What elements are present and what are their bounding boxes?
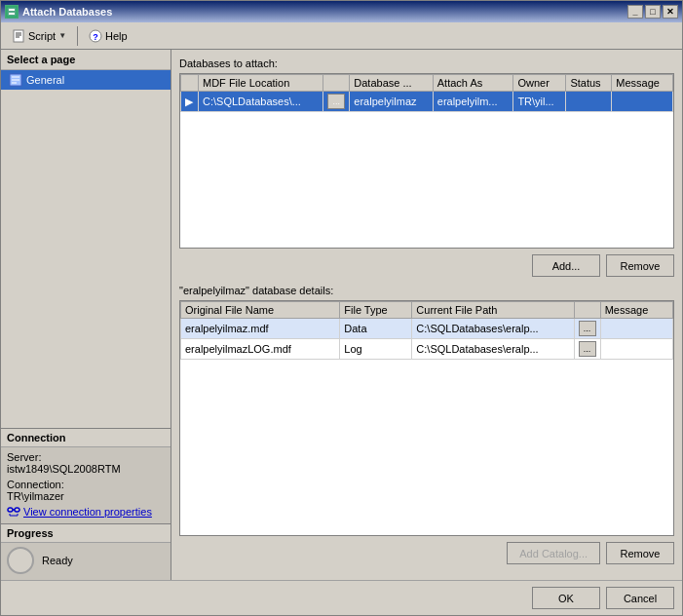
titlebar-buttons: _ □ ✕: [627, 5, 678, 19]
mdf-location-cell: C:\SQLDatabases\...: [199, 92, 323, 112]
original-file-2: eralpelyilmazLOG.mdf: [181, 339, 340, 360]
sidebar-connection: Connection Server: istw1849\SQL2008RTM C…: [1, 428, 171, 523]
details-label: "eralpelyilmaz" database details:: [179, 285, 674, 296]
svg-rect-2: [9, 13, 15, 15]
col-mdf-location: MDF File Location: [199, 75, 323, 92]
attach-button-row: Add... Remove: [179, 254, 674, 277]
file-path-1: C:\SQLDatabases\eralp...: [412, 319, 574, 339]
minimize-button[interactable]: _: [627, 5, 643, 19]
svg-rect-0: [7, 7, 17, 17]
add-catalog-button[interactable]: Add Catalog...: [507, 542, 600, 564]
main-window: Attach Databases _ □ ✕ Script ▼ ? Help: [0, 0, 683, 616]
server-value: istw1849\SQL2008RTM: [7, 463, 165, 475]
add-button[interactable]: Add...: [532, 254, 600, 277]
col-file-path: Current File Path: [412, 302, 574, 319]
view-connection-link[interactable]: View connection properties: [7, 506, 165, 518]
connection-title: Connection: [1, 429, 171, 447]
detail-header-row: Original File Name File Type Current Fil…: [181, 302, 673, 319]
progress-indicator: Ready: [7, 547, 165, 574]
svg-rect-1: [9, 9, 15, 11]
titlebar: Attach Databases _ □ ✕: [1, 1, 682, 22]
main-content: Select a page General Connection Server:…: [1, 50, 682, 580]
toolbar: Script ▼ ? Help: [1, 22, 682, 50]
col-message: Message: [612, 75, 673, 92]
server-label: Server:: [7, 451, 165, 463]
browse-button[interactable]: ...: [327, 94, 345, 109]
link-icon: [7, 506, 20, 518]
attach-as-cell: eralpelyilm...: [433, 92, 513, 112]
col-file-type: File Type: [340, 302, 412, 319]
ok-button[interactable]: OK: [532, 587, 600, 609]
status-cell: [566, 92, 612, 112]
sidebar-item-general[interactable]: General: [1, 70, 171, 90]
svg-rect-14: [15, 508, 19, 512]
remove-button-1[interactable]: Remove: [606, 254, 674, 277]
message-cell: [612, 92, 673, 112]
script-dropdown-arrow: ▼: [58, 31, 66, 40]
detail-message-2: [600, 339, 672, 360]
detail-browse-button-2[interactable]: ...: [579, 341, 596, 357]
browse-cell[interactable]: ...: [323, 92, 350, 112]
script-icon: [12, 29, 25, 43]
db-table-header-row: MDF File Location Database ... Attach As…: [181, 75, 673, 92]
cancel-button[interactable]: Cancel: [606, 587, 674, 609]
svg-text:?: ?: [93, 32, 98, 42]
col-status: Status: [566, 75, 612, 92]
detail-browse-button-1[interactable]: ...: [579, 321, 596, 336]
detail-message-1: [600, 319, 672, 339]
col-browse-header: [323, 75, 350, 92]
connection-value: TR\yilmazer: [7, 490, 165, 502]
col-detail-browse: [574, 302, 600, 319]
col-attach-as: Attach As: [433, 75, 513, 92]
row-selector: ▶: [181, 92, 199, 112]
file-type-1: Data: [340, 319, 412, 339]
original-file-1: eralpelyilmaz.mdf: [181, 319, 340, 339]
sidebar-progress: Progress Ready: [1, 523, 171, 580]
progress-circle: [7, 547, 34, 574]
maximize-button[interactable]: □: [645, 5, 661, 19]
detail-section: "eralpelyilmaz" database details: Origin…: [179, 285, 674, 572]
detail-table-container: Original File Name File Type Current Fil…: [179, 300, 674, 536]
detail-row-1: eralpelyilmaz.mdf Data C:\SQLDatabases\e…: [181, 319, 673, 339]
toolbar-separator: [77, 26, 78, 46]
detail-browse-1[interactable]: ...: [574, 319, 600, 339]
general-icon: [9, 73, 22, 87]
right-panel: Databases to attach: MDF File Location D…: [171, 50, 682, 580]
db-attach-table-container: MDF File Location Database ... Attach As…: [179, 73, 674, 249]
close-button[interactable]: ✕: [663, 5, 678, 19]
progress-title: Progress: [1, 524, 171, 543]
db-attach-table: MDF File Location Database ... Attach As…: [180, 74, 673, 112]
databases-to-attach-label: Databases to attach:: [179, 58, 674, 69]
connection-label2: Connection:: [7, 479, 165, 490]
progress-status: Ready: [42, 555, 73, 566]
sidebar: Select a page General Connection Server:…: [1, 50, 171, 580]
svg-rect-3: [14, 30, 23, 42]
sidebar-header: Select a page: [1, 50, 171, 70]
file-path-2: C:\SQLDatabases\eralp...: [412, 339, 574, 360]
help-button[interactable]: ? Help: [82, 25, 134, 47]
col-selector-header: [181, 75, 199, 92]
window-title: Attach Databases: [22, 6, 627, 18]
script-button[interactable]: Script ▼: [5, 25, 73, 47]
col-owner: Owner: [513, 75, 566, 92]
detail-row-2: eralpelyilmazLOG.mdf Log C:\SQLDatabases…: [181, 339, 673, 360]
window-icon: [5, 5, 19, 19]
col-database-name: Database ...: [350, 75, 433, 92]
sidebar-item-label: General: [26, 74, 64, 86]
col-original-file: Original File Name: [181, 302, 340, 319]
remove-button-2[interactable]: Remove: [606, 542, 674, 564]
owner-cell: TR\yil...: [513, 92, 566, 112]
svg-rect-13: [8, 508, 13, 512]
file-type-2: Log: [340, 339, 412, 360]
detail-browse-2[interactable]: ...: [574, 339, 600, 360]
help-icon: ?: [89, 29, 102, 43]
col-detail-message: Message: [600, 302, 672, 319]
sidebar-connection-section: Connection Server: istw1849\SQL2008RTM C…: [1, 428, 171, 580]
detail-button-row: Add Catalog... Remove: [179, 542, 674, 564]
database-name-cell: eralpelyilmaz: [350, 92, 433, 112]
db-table-row[interactable]: ▶ C:\SQLDatabases\... ... eralpelyilmaz …: [181, 92, 673, 112]
detail-table: Original File Name File Type Current Fil…: [180, 301, 673, 360]
footer-buttons: OK Cancel: [1, 580, 682, 615]
